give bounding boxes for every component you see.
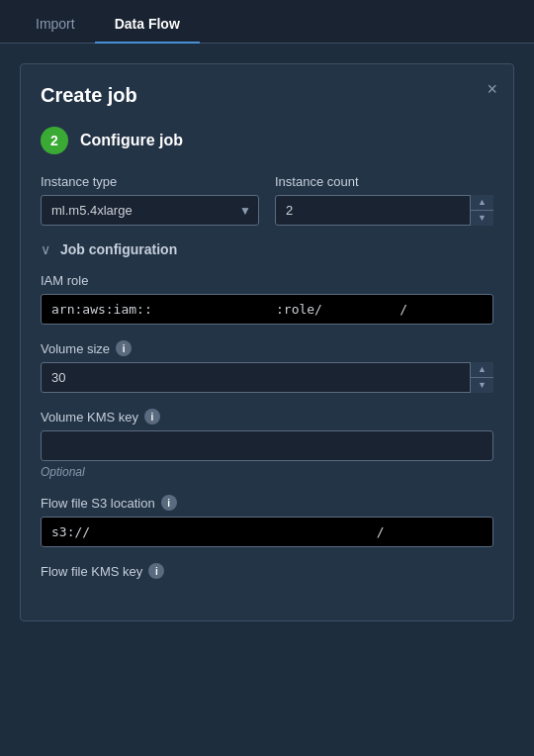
volume-size-info-icon: i — [116, 340, 132, 356]
main-content: Create job × 2 Configure job Instance ty… — [0, 44, 534, 756]
volume-size-group: Volume size i ▲ ▼ — [41, 340, 493, 393]
flow-s3-group: Flow file S3 location i — [41, 495, 493, 547]
instance-count-input[interactable] — [275, 195, 493, 226]
volume-spinner-down-button[interactable]: ▼ — [471, 378, 493, 393]
step-title: Configure job — [80, 132, 183, 149]
iam-role-group: IAM role — [41, 273, 493, 325]
flow-s3-input[interactable] — [41, 517, 493, 547]
volume-size-input[interactable] — [41, 362, 493, 393]
tab-import[interactable]: Import — [16, 6, 95, 44]
instance-count-group: Instance count ▲ ▼ — [275, 174, 493, 226]
instance-count-label: Instance count — [275, 174, 493, 189]
volume-kms-group: Volume KMS key i Optional — [41, 409, 493, 479]
tab-data-flow[interactable]: Data Flow — [95, 6, 200, 44]
flow-kms-label: Flow file KMS key i — [41, 563, 493, 579]
instance-type-group: Instance type ml.m5.4xlarge ml.m5.xlarge… — [41, 174, 259, 226]
step-header: 2 Configure job — [41, 127, 493, 154]
instance-type-select[interactable]: ml.m5.4xlarge ml.m5.xlarge ml.m5.2xlarge… — [41, 195, 259, 226]
card-title: Create job — [41, 84, 493, 107]
iam-role-input[interactable] — [41, 294, 493, 325]
volume-kms-label: Volume KMS key i — [41, 409, 493, 425]
volume-size-spinner: ▲ ▼ — [41, 362, 493, 393]
step-badge: 2 — [41, 127, 68, 154]
instance-row: Instance type ml.m5.4xlarge ml.m5.xlarge… — [41, 174, 493, 226]
job-config-label: Job configuration — [60, 241, 177, 257]
spinner-buttons: ▲ ▼ — [470, 195, 493, 226]
volume-spinner-buttons: ▲ ▼ — [470, 362, 493, 393]
create-job-card: Create job × 2 Configure job Instance ty… — [20, 63, 514, 621]
flow-kms-group: Flow file KMS key i — [41, 563, 493, 585]
volume-kms-info-icon: i — [144, 409, 160, 425]
iam-role-label: IAM role — [41, 273, 493, 288]
chevron-down-icon: ∨ — [41, 241, 50, 257]
volume-kms-input[interactable] — [41, 430, 493, 461]
spinner-up-button[interactable]: ▲ — [471, 195, 493, 211]
flow-kms-info-icon: i — [148, 563, 164, 579]
instance-type-select-wrapper: ml.m5.4xlarge ml.m5.xlarge ml.m5.2xlarge… — [41, 195, 259, 226]
job-config-section[interactable]: ∨ Job configuration — [41, 241, 493, 257]
flow-s3-info-icon: i — [161, 495, 177, 511]
instance-count-spinner: ▲ ▼ — [275, 195, 493, 226]
tab-bar: Import Data Flow — [0, 0, 534, 44]
volume-size-label: Volume size i — [41, 340, 493, 356]
flow-s3-label: Flow file S3 location i — [41, 495, 493, 511]
close-button[interactable]: × — [487, 80, 497, 98]
volume-spinner-up-button[interactable]: ▲ — [471, 362, 493, 378]
optional-label: Optional — [41, 465, 493, 479]
spinner-down-button[interactable]: ▼ — [471, 211, 493, 226]
instance-type-label: Instance type — [41, 174, 259, 189]
